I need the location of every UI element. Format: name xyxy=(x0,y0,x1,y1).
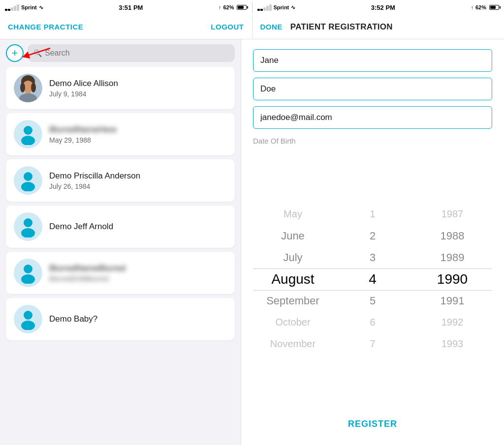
right-battery-pct: 62% xyxy=(475,4,486,10)
avatar xyxy=(14,259,42,287)
svg-point-9 xyxy=(24,126,32,135)
left-battery-pct: 62% xyxy=(223,4,234,10)
day-column[interactable]: 1 2 3 4 5 6 7 xyxy=(333,204,412,355)
patient-dob: May 29, 1988 xyxy=(49,136,117,144)
left-wifi-icon: ∿ xyxy=(39,4,43,11)
page-title: PATIENT REGISTRATION xyxy=(290,22,393,32)
svg-point-12 xyxy=(21,182,35,191)
picker-day-6[interactable]: 6 xyxy=(333,312,412,333)
patient-info: BlurredNameBlurred BlurredDOBBlurred xyxy=(49,264,126,283)
search-bar-container: + 🔍 xyxy=(0,39,241,67)
person-silhouette xyxy=(14,166,42,195)
left-status-bar: Sprint ∿ 3:51 PM ↑ 62% xyxy=(0,0,252,15)
left-battery-area: ↑ 62% xyxy=(219,4,247,10)
done-button[interactable]: DONE xyxy=(260,23,283,31)
picker-month-september[interactable]: September xyxy=(253,290,333,312)
left-carrier-area: Sprint ∿ xyxy=(5,4,43,11)
svg-point-17 xyxy=(24,311,32,320)
list-item[interactable]: BlurredNameHere May 29, 1988 xyxy=(6,113,235,155)
avatar xyxy=(14,166,42,195)
picker-month-october[interactable]: October xyxy=(253,312,333,333)
person-silhouette xyxy=(14,259,42,287)
left-location-icon: ↑ xyxy=(219,4,221,10)
picker-month-august[interactable]: August xyxy=(253,268,333,290)
list-item[interactable]: Demo Priscilla Anderson July 26, 1984 xyxy=(6,159,235,202)
last-name-field[interactable] xyxy=(253,78,492,100)
left-signal xyxy=(5,4,19,11)
right-carrier-area: Sprint ∿ xyxy=(257,4,296,11)
list-item[interactable]: BlurredNameBlurred BlurredDOBBlurred xyxy=(6,252,235,294)
right-battery-area: ↑ 62% xyxy=(471,4,499,10)
left-carrier: Sprint xyxy=(21,4,37,10)
right-carrier: Sprint xyxy=(274,4,289,10)
change-practice-button[interactable]: CHANGE PRACTICE xyxy=(8,23,83,31)
left-nav: CHANGE PRACTICE LOGOUT xyxy=(0,15,252,39)
month-column[interactable]: May June July August September October N… xyxy=(253,204,333,355)
left-battery-fill xyxy=(238,6,243,9)
nav-bars: CHANGE PRACTICE LOGOUT DONE PATIENT REGI… xyxy=(0,15,504,39)
year-column[interactable]: 1987 1988 1989 1990 1991 1992 1993 xyxy=(412,204,492,355)
svg-point-16 xyxy=(21,274,35,284)
right-time: 3:52 PM xyxy=(371,4,395,11)
right-nav: DONE PATIENT REGISTRATION xyxy=(252,15,504,39)
picker-year-1992[interactable]: 1992 xyxy=(412,312,492,333)
avatar xyxy=(14,120,42,148)
plus-icon: + xyxy=(12,48,18,59)
picker-month-june[interactable]: June xyxy=(253,225,333,247)
status-bars: Sprint ∿ 3:51 PM ↑ 62% Sprint ∿ 3:52 PM xyxy=(0,0,504,15)
picker-day-7[interactable]: 7 xyxy=(333,333,412,355)
picker-year-1989[interactable]: 1989 xyxy=(412,247,492,268)
picker-month-july[interactable]: July xyxy=(253,247,333,268)
picker-year-1991[interactable]: 1991 xyxy=(412,290,492,312)
svg-point-15 xyxy=(24,265,32,273)
patient-info: BlurredNameHere May 29, 1988 xyxy=(49,125,117,144)
picker-month-november[interactable]: November xyxy=(253,333,333,355)
search-icon: 🔍 xyxy=(33,49,42,57)
patient-info: Demo Jeff Arnold xyxy=(49,222,113,232)
list-item[interactable]: Demo Jeff Arnold xyxy=(6,206,235,248)
patient-name: Demo Jeff Arnold xyxy=(49,222,113,232)
right-battery-fill xyxy=(490,6,496,9)
silhouette-icon xyxy=(17,216,39,237)
picker-day-4[interactable]: 4 xyxy=(333,268,412,290)
avatar-photo xyxy=(14,74,42,102)
right-status-bar: Sprint ∿ 3:52 PM ↑ 62% xyxy=(252,0,504,15)
patient-info: Demo Baby? xyxy=(49,314,97,324)
picker-day-5[interactable]: 5 xyxy=(333,290,412,312)
avatar xyxy=(14,212,42,241)
patient-info: Demo Alice Allison July 9, 1984 xyxy=(49,79,118,98)
picker-day-3[interactable]: 3 xyxy=(333,247,412,268)
picker-month-may[interactable]: May xyxy=(253,204,333,225)
date-picker[interactable]: May June July August September October N… xyxy=(253,151,492,407)
add-patient-button[interactable]: + xyxy=(6,44,24,62)
register-button[interactable]: REGISTER xyxy=(253,413,492,435)
email-field[interactable] xyxy=(253,106,492,129)
first-name-field[interactable] xyxy=(253,49,492,72)
picker-year-1993[interactable]: 1993 xyxy=(412,333,492,355)
silhouette-icon xyxy=(17,308,39,330)
search-input-wrap: 🔍 xyxy=(28,44,235,62)
patient-dob: July 9, 1984 xyxy=(49,90,118,98)
right-panel: Date Of Birth May June July August Septe… xyxy=(241,39,504,445)
right-location-icon: ↑ xyxy=(471,4,473,10)
svg-point-11 xyxy=(24,172,32,181)
left-time: 3:51 PM xyxy=(119,4,143,11)
list-item[interactable]: Demo Baby? xyxy=(6,298,235,340)
right-wifi-icon: ∿ xyxy=(291,4,295,11)
avatar xyxy=(14,74,42,102)
picker-day-1[interactable]: 1 xyxy=(333,204,412,225)
picker-year-1987[interactable]: 1987 xyxy=(412,204,492,225)
svg-point-14 xyxy=(21,228,35,237)
picker-day-2[interactable]: 2 xyxy=(333,225,412,247)
search-input[interactable] xyxy=(45,49,229,58)
list-item[interactable]: Demo Alice Allison July 9, 1984 xyxy=(6,67,235,109)
patient-dob: July 26, 1984 xyxy=(49,182,140,190)
picker-year-1988[interactable]: 1988 xyxy=(412,225,492,247)
right-signal xyxy=(257,4,272,11)
silhouette-icon xyxy=(17,262,39,284)
main-content: + 🔍 xyxy=(0,39,504,445)
picker-year-1990[interactable]: 1990 xyxy=(412,268,492,290)
silhouette-icon xyxy=(17,123,39,145)
logout-button[interactable]: LOGOUT xyxy=(211,23,244,31)
svg-point-8 xyxy=(31,83,36,92)
